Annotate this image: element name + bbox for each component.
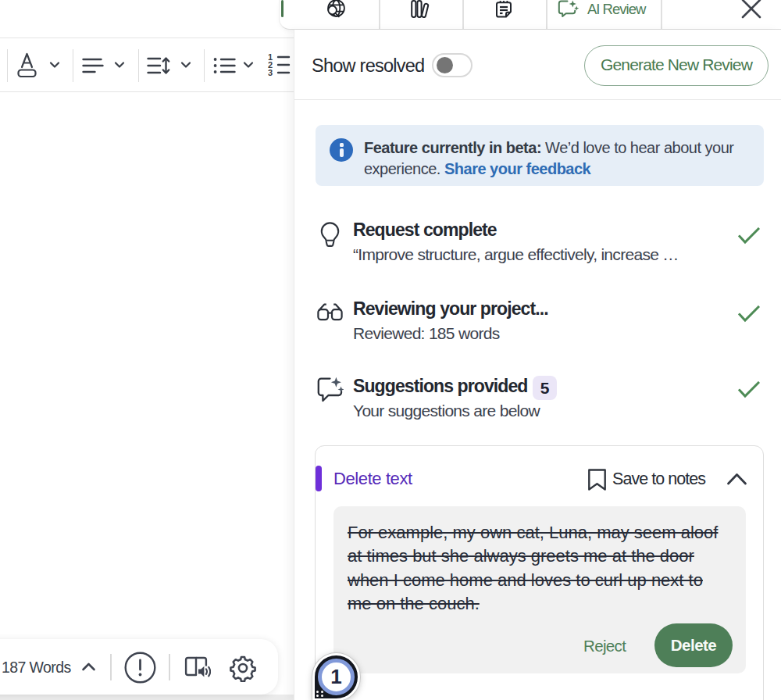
svg-text:3: 3 xyxy=(268,68,273,77)
